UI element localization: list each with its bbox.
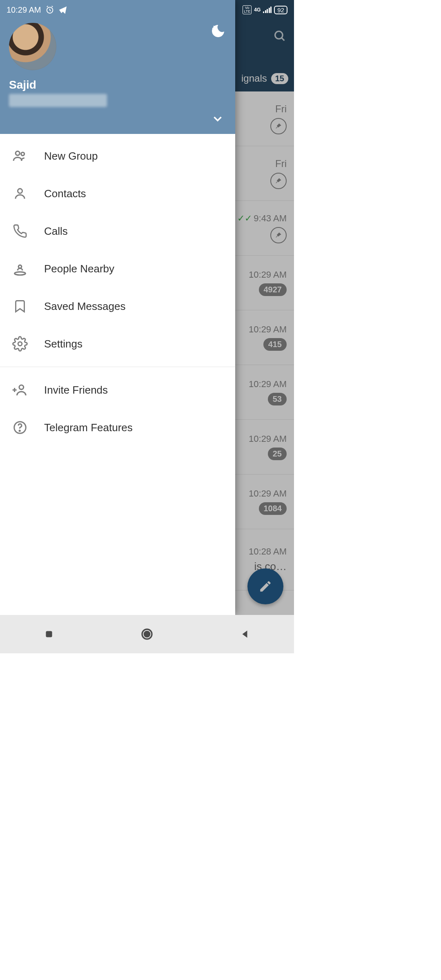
- menu-item-invite-friends[interactable]: Invite Friends: [0, 371, 235, 409]
- menu-label: Settings: [44, 338, 82, 350]
- svg-point-10: [19, 385, 24, 390]
- svg-point-14: [19, 430, 20, 431]
- gear-icon: [11, 335, 29, 352]
- menu-item-telegram-features[interactable]: Telegram Features: [0, 409, 235, 446]
- night-mode-toggle[interactable]: [210, 23, 226, 39]
- menu-item-calls[interactable]: Calls: [0, 212, 235, 250]
- menu-label: New Group: [44, 150, 98, 163]
- menu-item-people-nearby[interactable]: People Nearby: [0, 250, 235, 287]
- nav-home-button[interactable]: [138, 625, 156, 643]
- navigation-drawer: Sajid New Group Contacts: [0, 0, 235, 615]
- svg-rect-16: [46, 631, 52, 637]
- svg-point-5: [21, 152, 24, 156]
- svg-point-8: [15, 272, 26, 275]
- svg-point-3: [212, 28, 213, 29]
- group-icon: [11, 147, 29, 165]
- menu-label: Invite Friends: [44, 384, 108, 396]
- menu-label: Telegram Features: [44, 421, 133, 434]
- user-avatar[interactable]: [9, 23, 56, 70]
- svg-point-2: [214, 26, 215, 27]
- nav-back-button[interactable]: [236, 625, 254, 643]
- menu-item-saved-messages[interactable]: Saved Messages: [0, 287, 235, 325]
- telegram-notification-icon: [58, 5, 67, 14]
- statusbar-time: 10:29 AM: [7, 5, 41, 15]
- volte-icon: VoLTE: [243, 5, 252, 14]
- help-icon: [11, 419, 29, 436]
- drawer-header: Sajid: [0, 0, 235, 134]
- menu-label: Contacts: [44, 187, 86, 200]
- drawer-user-phone-redacted: [9, 94, 107, 107]
- menu-label: Calls: [44, 225, 68, 238]
- menu-item-settings[interactable]: Settings: [0, 325, 235, 363]
- drawer-user-name: Sajid: [9, 78, 226, 91]
- menu-label: People Nearby: [44, 263, 114, 275]
- drawer-menu: New Group Contacts Calls People Nearby: [0, 134, 235, 615]
- nav-recent-button[interactable]: [40, 625, 58, 643]
- menu-divider: [0, 367, 235, 367]
- person-icon: [11, 185, 29, 202]
- signal-icon: [263, 7, 272, 13]
- menu-label: Saved Messages: [44, 300, 125, 313]
- status-bar: 10:29 AM VoLTE 4G 92: [0, 0, 294, 20]
- account-expand-toggle[interactable]: [211, 112, 225, 126]
- svg-point-9: [18, 342, 22, 346]
- bookmark-icon: [11, 298, 29, 315]
- menu-item-new-group[interactable]: New Group: [0, 137, 235, 175]
- battery-indicator: 92: [274, 6, 287, 14]
- svg-point-4: [16, 151, 20, 155]
- network-type-label: 4G: [254, 7, 261, 13]
- menu-item-contacts[interactable]: Contacts: [0, 175, 235, 212]
- android-nav-bar: [0, 615, 294, 653]
- alarm-icon: [45, 5, 54, 14]
- nearby-icon: [11, 260, 29, 277]
- svg-point-6: [18, 189, 22, 193]
- invite-icon: [11, 381, 29, 399]
- phone-icon: [11, 223, 29, 240]
- svg-point-18: [144, 631, 149, 637]
